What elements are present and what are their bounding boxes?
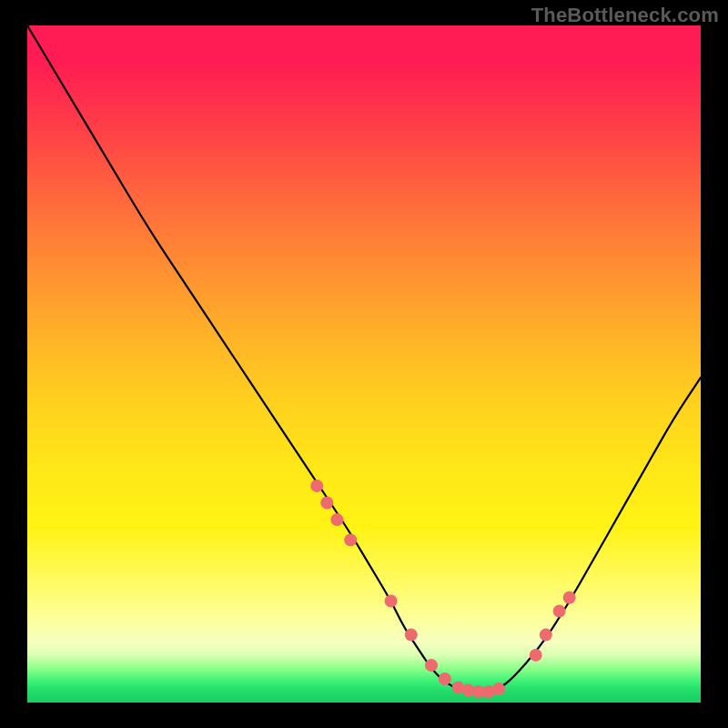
marker-dot bbox=[310, 480, 323, 492]
marker-dot bbox=[540, 629, 552, 642]
marker-dot bbox=[425, 659, 438, 672]
marker-dot bbox=[563, 592, 576, 604]
marker-dot bbox=[439, 672, 451, 685]
marker-dot bbox=[405, 629, 418, 642]
marker-dot bbox=[492, 682, 505, 695]
plot-area bbox=[27, 25, 701, 703]
chart-frame: TheBottleneck.com bbox=[0, 0, 728, 728]
watermark-text: TheBottleneck.com bbox=[531, 4, 719, 27]
marker-dot bbox=[320, 497, 333, 510]
marker-dot bbox=[553, 605, 566, 618]
marker-dot bbox=[344, 533, 357, 546]
curve-markers bbox=[310, 480, 576, 698]
marker-dot bbox=[385, 594, 398, 607]
marker-dot bbox=[330, 513, 343, 526]
marker-dot bbox=[530, 649, 542, 662]
chart-svg bbox=[27, 25, 701, 703]
bottleneck-curve bbox=[27, 25, 701, 693]
